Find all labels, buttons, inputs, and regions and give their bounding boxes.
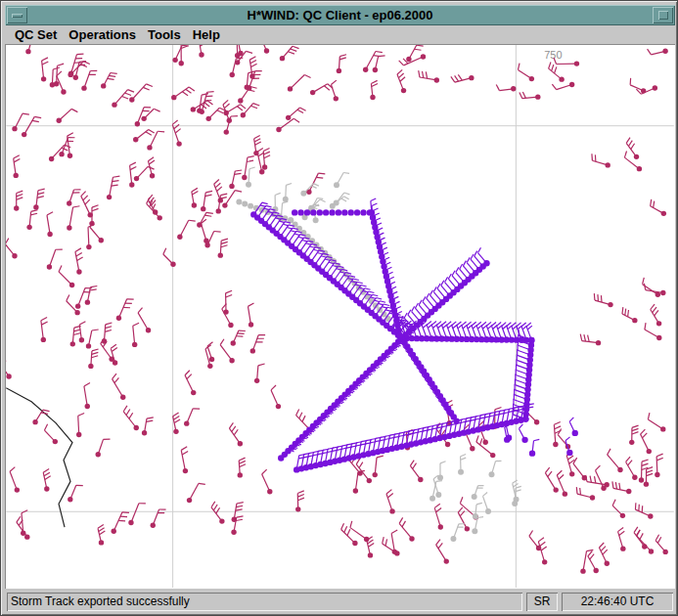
svg-text:750: 750 — [544, 49, 562, 61]
window-menu-icon — [12, 14, 23, 18]
wind-field-plot[interactable]: 750 — [6, 45, 674, 588]
mode-indicator: SR — [526, 593, 558, 611]
app-window: H*WIND: QC Client - ep06.2000 QC Set Ope… — [0, 0, 678, 616]
maximize-icon — [658, 11, 668, 20]
window-menu-button[interactable] — [7, 7, 27, 23]
status-message: Storm Track exported successfully — [7, 593, 522, 611]
menu-help[interactable]: Help — [187, 26, 226, 43]
menu-qc-set[interactable]: QC Set — [9, 26, 63, 43]
clock: 22:46:40 UTC — [562, 593, 673, 611]
window-title: H*WIND: QC Client - ep06.2000 — [29, 8, 651, 22]
map-canvas[interactable]: 750 — [5, 44, 675, 589]
menu-tools[interactable]: Tools — [142, 26, 187, 43]
statusbar: Storm Track exported successfully SR 22:… — [5, 591, 675, 613]
maximize-button[interactable] — [653, 7, 673, 23]
titlebar: H*WIND: QC Client - ep06.2000 — [5, 5, 675, 25]
menubar: QC Set Operations Tools Help — [5, 25, 675, 44]
menu-operations[interactable]: Operations — [63, 26, 142, 43]
